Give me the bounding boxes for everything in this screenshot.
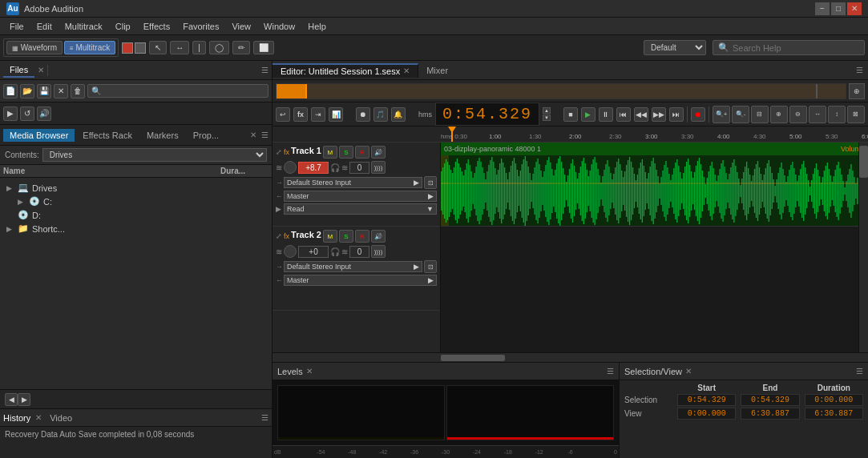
search-input[interactable] — [733, 43, 859, 53]
track2-waveform[interactable] — [441, 227, 868, 311]
track2-mute[interactable]: M — [323, 230, 337, 243]
markers-tab[interactable]: Markers — [140, 129, 185, 142]
menu-window[interactable]: Window — [257, 20, 301, 33]
levels-close[interactable]: ✕ — [306, 367, 313, 376]
history-tab-close[interactable]: ✕ — [35, 413, 42, 422]
stop-button[interactable]: ■ — [563, 107, 578, 122]
track2-input-btn[interactable]: Default Stereo Input ▶ — [284, 261, 422, 272]
volume-button[interactable]: 🔊 — [37, 106, 51, 121]
count-in[interactable]: 🎵 — [373, 107, 388, 122]
sub-panel-menu[interactable]: ☰ — [261, 131, 268, 139]
panel-menu-icon[interactable]: ☰ — [261, 66, 268, 74]
tree-item-c[interactable]: ▶ 💿 C: — [3, 195, 268, 208]
track1-monitor-btn[interactable]: )))) — [371, 161, 386, 174]
levels-menu[interactable]: ☰ — [607, 367, 614, 376]
color-gray[interactable] — [135, 42, 146, 54]
open-file-button[interactable]: 📂 — [20, 84, 34, 98]
track1-solo[interactable]: S — [339, 146, 353, 159]
track1-sends-input[interactable] — [349, 162, 369, 174]
history-tab[interactable]: History — [3, 413, 30, 423]
undo-btn[interactable]: ↩ — [276, 107, 290, 122]
effects-rack-tab[interactable]: Effects Rack — [76, 129, 139, 142]
selection-close[interactable]: ✕ — [685, 367, 692, 376]
rewind-button[interactable]: ◀◀ — [634, 107, 648, 122]
zoom-full2[interactable]: ⊠ — [847, 106, 865, 123]
track2-solo[interactable]: S — [339, 230, 353, 243]
record-button[interactable]: ⏺ — [691, 107, 705, 122]
rectangle-tool[interactable]: ⬜ — [253, 41, 274, 54]
waveform-mode-button[interactable]: ▦ Waveform — [6, 41, 63, 54]
waveform-area[interactable]: 03-dizplay-panoramic 48000 1 Volume — [441, 143, 868, 352]
track2-output-btn[interactable]: Master ▶ — [284, 275, 437, 286]
nudge-down[interactable]: ▼ — [543, 114, 551, 121]
track-scroll-h[interactable] — [273, 352, 868, 362]
zoom-in-h[interactable]: 🔍+ — [713, 106, 730, 123]
scroll-thumb-h[interactable] — [441, 355, 505, 361]
nav-right[interactable]: ▶ — [18, 393, 30, 406]
files-tab[interactable]: Files — [3, 63, 34, 78]
track2-record[interactable]: R — [355, 230, 369, 243]
history-panel-menu[interactable]: ☰ — [261, 413, 268, 422]
editor-session-tab[interactable]: Editor: Untitled Session 1.sesx ✕ — [273, 63, 418, 78]
file-tree[interactable]: ▶ 💻 Drives ▶ 💿 C: 💿 D: ▶ 📁 Shortc... — [0, 178, 272, 389]
track1-volume-input[interactable] — [298, 162, 329, 174]
pause-button[interactable]: ⏸ — [599, 107, 613, 122]
track1-pan-knob[interactable] — [284, 161, 297, 174]
track2-volume-input[interactable] — [298, 246, 329, 258]
tree-item-drives[interactable]: ▶ 💻 Drives — [3, 181, 268, 195]
track2-sends-input[interactable] — [349, 246, 369, 258]
close-button[interactable]: ✕ — [847, 2, 862, 15]
close-file-button[interactable]: ✕ — [54, 84, 68, 98]
cursor-tool[interactable]: | — [192, 41, 206, 54]
fx-btn[interactable]: fx — [293, 107, 308, 122]
bubble-tool[interactable]: ◯ — [209, 41, 229, 54]
delete-file-button[interactable]: 🗑 — [71, 84, 85, 98]
menu-clip[interactable]: Clip — [109, 20, 137, 33]
zoom-fit-h[interactable]: ↔ — [809, 106, 826, 123]
track-scroll-v[interactable] — [858, 143, 868, 352]
prop-tab[interactable]: Prop... — [187, 129, 225, 142]
track1-monitor[interactable]: 🔊 — [371, 146, 386, 159]
skip-start-button[interactable]: ⏮ — [616, 107, 631, 122]
nudge-up[interactable]: ▲ — [543, 107, 551, 114]
tree-item-d[interactable]: 💿 D: — [3, 208, 268, 222]
scroll-thumb-v[interactable] — [859, 146, 868, 178]
video-tab[interactable]: Video — [50, 413, 72, 423]
click-track[interactable]: 🔔 — [391, 107, 406, 122]
zoom-in-v[interactable]: ⊕ — [770, 106, 788, 123]
routing-btn[interactable]: ⇥ — [311, 107, 325, 122]
media-browser-tab[interactable]: Media Browser — [3, 129, 75, 142]
track1-input-btn[interactable]: Default Stereo Input ▶ — [284, 177, 422, 188]
mini-timeline[interactable] — [276, 83, 846, 99]
contents-select[interactable]: Drives — [42, 148, 267, 162]
menu-help[interactable]: Help — [301, 20, 333, 33]
mixer-tab[interactable]: Mixer — [418, 64, 456, 77]
zoom-out-v[interactable]: ⊖ — [789, 106, 807, 123]
track2-input-options[interactable]: ⊡ — [424, 260, 437, 273]
multitrack-mode-button[interactable]: ≡ Multitrack — [64, 41, 115, 54]
menu-edit[interactable]: Edit — [30, 20, 59, 33]
nav-left[interactable]: ◀ — [5, 393, 18, 406]
track2-pan-knob[interactable] — [284, 245, 297, 258]
files-search-input[interactable] — [87, 84, 268, 98]
track2-monitor-btn[interactable]: )))) — [371, 245, 386, 258]
input-monitor[interactable]: ⏺ — [356, 107, 370, 122]
play-button-small[interactable]: ▶ — [3, 106, 18, 121]
track1-input-options[interactable]: ⊡ — [424, 176, 437, 189]
timesync-tool[interactable]: ↔ — [170, 41, 189, 54]
play-button[interactable]: ▶ — [581, 107, 595, 122]
track1-mode-btn[interactable]: Read ▼ — [284, 203, 437, 215]
editor-tab-close[interactable]: ✕ — [403, 66, 410, 75]
menu-view[interactable]: View — [225, 20, 257, 33]
menu-file[interactable]: File — [3, 20, 30, 33]
track1-record[interactable]: R — [355, 146, 369, 159]
zoom-fit-v[interactable]: ↕ — [828, 106, 846, 123]
menu-favorites[interactable]: Favorites — [176, 20, 225, 33]
maximize-button[interactable]: □ — [831, 2, 846, 15]
editor-panel-menu[interactable]: ☰ — [851, 66, 868, 74]
timeline-options[interactable]: ⊕ — [849, 83, 865, 99]
track1-waveform[interactable]: 03-dizplay-panoramic 48000 1 Volume — [441, 143, 868, 227]
selection-menu[interactable]: ☰ — [856, 367, 863, 376]
loop-button[interactable]: ↺ — [20, 106, 34, 121]
zoom-out-h[interactable]: 🔍- — [732, 106, 749, 123]
